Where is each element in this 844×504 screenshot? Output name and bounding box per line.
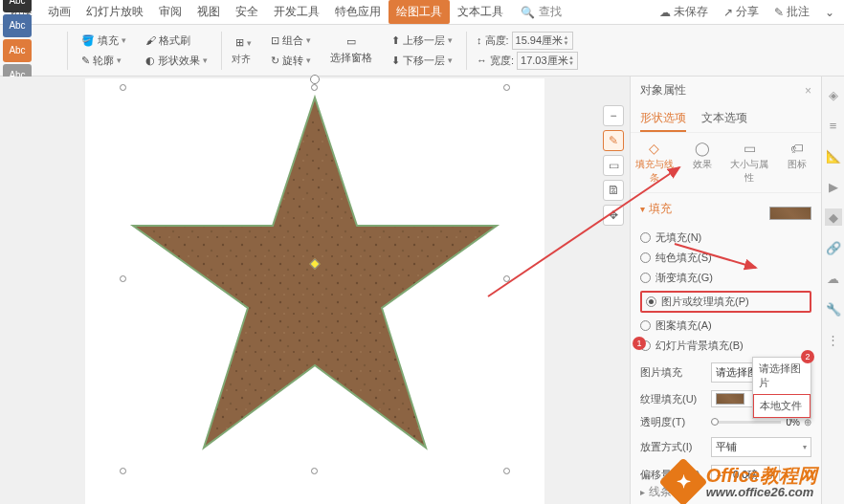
pic-fill-label: 图片填充 bbox=[640, 365, 707, 380]
handle-s[interactable] bbox=[311, 468, 318, 474]
width-input[interactable]: ↔ 宽度: 17.03厘米▲▼ bbox=[477, 52, 578, 70]
radio-no-fill[interactable]: 无填充(N) bbox=[640, 230, 811, 245]
shape-effects-button[interactable]: ◐形状效果▾ bbox=[142, 52, 211, 70]
fill-icon: ◇ bbox=[649, 141, 659, 156]
style-swatch-1[interactable]: Abc bbox=[3, 0, 32, 12]
marker-1: 1 bbox=[633, 337, 646, 350]
search-icon: 🔍 bbox=[521, 6, 535, 19]
sidebar-dots[interactable]: ⋮ bbox=[825, 331, 842, 348]
radio-pattern-fill[interactable]: 图案填充(A) bbox=[640, 318, 811, 333]
sidebar-cloud[interactable]: ☁ bbox=[825, 270, 842, 287]
pen-icon: ✎ bbox=[81, 55, 90, 67]
group-button[interactable]: ⊡组合▾ bbox=[267, 32, 315, 50]
handle-n[interactable] bbox=[311, 84, 318, 91]
annotate-button[interactable]: ✎批注 bbox=[766, 0, 817, 24]
down-icon: ⬇ bbox=[391, 55, 400, 67]
unsave-indicator[interactable]: ☁未保存 bbox=[652, 0, 716, 24]
style-swatch-2[interactable]: Abc bbox=[3, 14, 32, 37]
texture-preview[interactable] bbox=[769, 207, 811, 220]
align-icon: ⊞ bbox=[235, 36, 244, 49]
rotation-handle[interactable] bbox=[310, 75, 320, 84]
width-icon: ↔ bbox=[477, 55, 487, 66]
search-placeholder: 查找 bbox=[539, 4, 562, 20]
sidebar-props[interactable]: ◆ bbox=[825, 208, 842, 226]
radio-slide-bg-fill[interactable]: 1 幻灯片背景填充(B) bbox=[640, 339, 811, 353]
fill-button[interactable]: 🪣填充▾ bbox=[78, 32, 130, 50]
rect-tool[interactable]: ▭ bbox=[603, 155, 624, 176]
properties-panel: 对象属性 × 形状选项 文本选项 ◇填充与线条 ◯效果 ▭大小与属性 🏷图标 填… bbox=[630, 77, 821, 504]
svg-marker-5 bbox=[133, 98, 497, 448]
style-swatch-3[interactable]: Abc bbox=[3, 39, 32, 62]
cloud-icon: ☁ bbox=[659, 6, 671, 19]
marker-2: 2 bbox=[801, 350, 814, 363]
popup-local-file[interactable]: 本地文件 bbox=[753, 394, 811, 418]
arrows-tool[interactable]: ✥ bbox=[603, 205, 624, 226]
radio-picture-fill[interactable]: 图片或纹理填充(P) bbox=[646, 295, 749, 309]
move-down-button[interactable]: ⬇下移一层▾ bbox=[388, 52, 456, 70]
height-icon: ↕ bbox=[477, 34, 482, 46]
pic-fill-popup: 2 请选择图片 本地文件 bbox=[752, 357, 811, 419]
slide[interactable] bbox=[85, 78, 544, 504]
opacity-slider[interactable] bbox=[711, 421, 781, 424]
canvas-area[interactable]: − ✎ ▭ 🖺 ✥ bbox=[0, 77, 630, 504]
panel-close-button[interactable]: × bbox=[805, 84, 811, 98]
note-tool[interactable]: 🖺 bbox=[603, 180, 624, 201]
sidebar-diamond[interactable]: ◈ bbox=[825, 86, 842, 103]
sidebar-play[interactable]: ▶ bbox=[825, 178, 842, 195]
handle-e[interactable] bbox=[503, 275, 510, 282]
share-button[interactable]: ↗分享 bbox=[716, 0, 766, 24]
align-button[interactable]: ⊞▾ bbox=[232, 34, 255, 51]
menu-special[interactable]: 特色应用 bbox=[327, 0, 389, 24]
sidebar-layers[interactable]: ≡ bbox=[825, 117, 842, 134]
selection-pane-button[interactable]: ▭选择窗格 bbox=[326, 33, 376, 67]
sidebar-ruler[interactable]: 📐 bbox=[825, 147, 842, 164]
rotate-button[interactable]: ↻旋转▾ bbox=[267, 52, 315, 70]
up-icon: ⬆ bbox=[391, 34, 400, 47]
more-button[interactable]: ⌄ bbox=[817, 2, 842, 23]
rotate-icon: ↻ bbox=[271, 55, 279, 67]
subtab-fill-line[interactable]: ◇填充与线条 bbox=[631, 133, 678, 192]
watermark: ✦ Office教程网 www.office26.com bbox=[666, 463, 817, 501]
far-sidebar: ◈ ≡ 📐 ▶ ◆ 🔗 ☁ 🔧 ⋮ bbox=[821, 77, 844, 504]
handle-w[interactable] bbox=[120, 275, 126, 282]
subtab-size[interactable]: ▭大小与属性 bbox=[726, 133, 774, 192]
radio-solid-fill[interactable]: 纯色填充(S) bbox=[640, 251, 811, 265]
note-icon: ✎ bbox=[774, 6, 784, 19]
pencil-tool[interactable]: ✎ bbox=[603, 130, 624, 151]
size-icon: ▭ bbox=[744, 141, 756, 156]
effects-icon: ◐ bbox=[145, 55, 155, 67]
outline-button[interactable]: ✎轮廓▾ bbox=[78, 52, 130, 70]
menu-drawtools[interactable]: 绘图工具 bbox=[389, 0, 450, 24]
search-box[interactable]: 🔍 查找 bbox=[521, 4, 562, 20]
menu-texttools[interactable]: 文本工具 bbox=[450, 0, 511, 24]
subtab-effects[interactable]: ◯效果 bbox=[678, 133, 726, 192]
tile-dropdown[interactable]: 平铺▾ bbox=[711, 437, 811, 457]
collapse-button[interactable]: − bbox=[603, 105, 624, 126]
tag-icon: 🏷 bbox=[790, 141, 804, 156]
format-painter-button[interactable]: 🖌格式刷 bbox=[142, 32, 211, 50]
height-input[interactable]: ↕ 高度: 15.94厘米▲▼ bbox=[477, 32, 578, 50]
handle-nw[interactable] bbox=[120, 84, 126, 91]
menu-slideshow[interactable]: 幻灯片放映 bbox=[78, 0, 151, 24]
menu-security[interactable]: 安全 bbox=[228, 0, 266, 24]
handle-sw[interactable] bbox=[120, 468, 126, 474]
subtab-icon[interactable]: 🏷图标 bbox=[773, 133, 821, 192]
handle-ne[interactable] bbox=[503, 84, 510, 91]
group-icon: ⊡ bbox=[271, 34, 279, 47]
fill-section-title[interactable]: 填充 bbox=[640, 201, 672, 217]
popup-select-pic[interactable]: 请选择图片 bbox=[753, 358, 811, 394]
brush-icon: 🖌 bbox=[145, 34, 156, 46]
menu-view[interactable]: 视图 bbox=[189, 0, 228, 24]
star-shape[interactable] bbox=[123, 88, 506, 471]
menu-review[interactable]: 审阅 bbox=[151, 0, 189, 24]
tab-text-options[interactable]: 文本选项 bbox=[701, 104, 747, 132]
tab-shape-options[interactable]: 形状选项 bbox=[640, 104, 686, 132]
menu-devtools[interactable]: 开发工具 bbox=[266, 0, 327, 24]
ribbon: Abc Abc Abc Abc Abc 🪣填充▾ ✎轮廓▾ 🖌格式刷 ◐形状效果… bbox=[0, 25, 844, 77]
handle-se[interactable] bbox=[503, 468, 510, 474]
move-up-button[interactable]: ⬆上移一层▾ bbox=[388, 32, 456, 50]
watermark-title: Office教程网 bbox=[706, 465, 817, 486]
sidebar-tool[interactable]: 🔧 bbox=[825, 300, 842, 318]
radio-gradient-fill[interactable]: 渐变填充(G) bbox=[640, 271, 811, 285]
sidebar-clip[interactable]: 🔗 bbox=[825, 239, 842, 256]
